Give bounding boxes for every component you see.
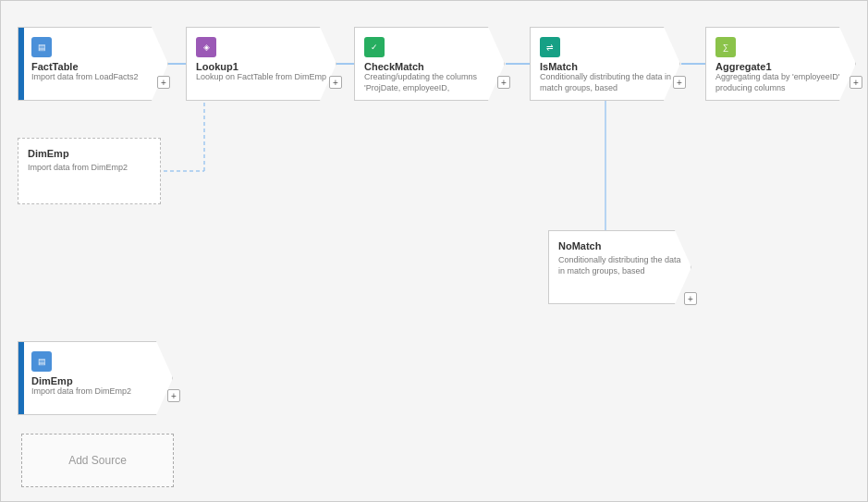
dimemp-solid-node[interactable]: ▤ DimEmp Import data from DimEmp2 xyxy=(18,341,173,415)
node-title: DimEmp xyxy=(31,375,165,386)
dimemp-dashed-node[interactable]: DimEmp Import data from DimEmp2 xyxy=(18,138,161,204)
node-title: FactTable xyxy=(31,61,160,72)
node-desc: Conditionally distributing the data in m… xyxy=(558,255,683,276)
node-desc: Import data from DimEmp2 xyxy=(28,163,153,174)
node-desc: Lookup on FactTable from DimEmp xyxy=(196,72,328,83)
node-title: NoMatch xyxy=(558,240,683,251)
node-icon: ◈ xyxy=(196,37,216,57)
lookup1-plus[interactable]: + xyxy=(329,76,342,89)
node-icon: ⇌ xyxy=(540,37,560,57)
node-content: ✓ CheckMatch Creating/updating the colum… xyxy=(355,28,504,100)
add-source-label: Add Source xyxy=(68,454,127,467)
node-content: NoMatch Conditionally distributing the d… xyxy=(549,231,691,303)
node-content: ⇌ IsMatch Conditionally distributing the… xyxy=(531,28,679,100)
node-desc: Conditionally distributing the data in m… xyxy=(540,72,672,93)
node-content: ◈ Lookup1 Lookup on FactTable from DimEm… xyxy=(187,28,336,100)
is-match-plus[interactable]: + xyxy=(673,76,686,89)
node-icon: ▤ xyxy=(31,37,52,57)
node-title: CheckMatch xyxy=(364,61,496,72)
node-icon: ▤ xyxy=(31,351,52,372)
node-title: IsMatch xyxy=(540,61,672,72)
aggregate1-node[interactable]: ∑ Aggregate1 Aggregating data by 'employ… xyxy=(705,27,856,101)
check-match-node[interactable]: ✓ CheckMatch Creating/updating the colum… xyxy=(354,27,505,101)
is-match-node[interactable]: ⇌ IsMatch Conditionally distributing the… xyxy=(530,27,680,101)
node-content: ∑ Aggregate1 Aggregating data by 'employ… xyxy=(706,28,855,100)
node-title: DimEmp xyxy=(28,148,153,159)
aggregate1-plus[interactable]: + xyxy=(850,76,862,89)
node-desc: Import data from LoadFacts2 xyxy=(31,72,160,83)
node-desc: Import data from DimEmp2 xyxy=(31,386,165,398)
dimemp-solid-plus[interactable]: + xyxy=(167,389,180,402)
node-content: ▤ DimEmp Import data from DimEmp2 xyxy=(24,342,172,414)
node-content: DimEmp Import data from DimEmp2 xyxy=(18,139,160,203)
no-match-node[interactable]: NoMatch Conditionally distributing the d… xyxy=(548,230,691,304)
node-desc: Creating/updating the columns 'ProjDate,… xyxy=(364,72,496,93)
lookup1-node[interactable]: ◈ Lookup1 Lookup on FactTable from DimEm… xyxy=(186,27,336,101)
check-match-plus[interactable]: + xyxy=(497,76,510,89)
node-desc: Aggregating data by 'employeeID' produci… xyxy=(715,72,848,93)
node-title: Aggregate1 xyxy=(715,61,848,72)
no-match-plus[interactable]: + xyxy=(684,292,697,305)
node-title: Lookup1 xyxy=(196,61,328,72)
fact-table-node[interactable]: ▤ FactTable Import data from LoadFacts2 xyxy=(18,27,168,101)
add-source-box[interactable]: Add Source xyxy=(21,434,174,487)
node-content: ▤ FactTable Import data from LoadFacts2 xyxy=(24,28,167,100)
fact-table-plus[interactable]: + xyxy=(157,76,170,89)
node-icon: ✓ xyxy=(364,37,385,57)
node-icon: ∑ xyxy=(715,37,736,57)
pipeline-canvas: ▤ FactTable Import data from LoadFacts2 … xyxy=(0,0,868,502)
